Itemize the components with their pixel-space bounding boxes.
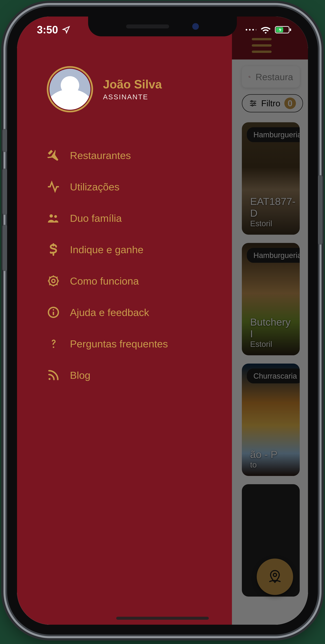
card-tag: Hamburgueria <box>247 127 300 142</box>
navigation-drawer: João Silva ASSINANTE Restaurantes <box>17 16 232 625</box>
side-button-vol-down <box>2 225 7 271</box>
svg-point-12 <box>52 279 55 282</box>
restaurant-card[interactable]: Hamburgueria Butchery I Estoril <box>242 243 300 355</box>
svg-point-8 <box>273 573 276 576</box>
svg-point-7 <box>252 104 253 106</box>
svg-point-6 <box>254 102 255 104</box>
svg-point-0 <box>249 76 250 77</box>
card-title: ão - P <box>250 448 292 460</box>
menu-item-label: Como funciona <box>70 275 139 287</box>
svg-point-10 <box>54 215 57 218</box>
side-button-silent <box>2 129 7 152</box>
menu-item-label: Blog <box>70 369 90 381</box>
svg-point-11 <box>49 276 58 285</box>
menu-item-label: Duo família <box>70 212 122 224</box>
info-icon <box>47 306 60 319</box>
card-tag: Hamburgueria <box>247 248 300 263</box>
side-button-vol-up <box>2 168 7 215</box>
menu-item-indique-ganhe[interactable]: Indique e ganhe <box>47 243 212 256</box>
map-pin-icon <box>268 569 282 584</box>
svg-point-16 <box>48 378 50 380</box>
restaurant-card[interactable]: Churrascaria ão - P to <box>242 364 300 476</box>
question-icon <box>47 337 60 350</box>
drawer-menu: Restaurantes Utilizações Duo família <box>47 149 212 382</box>
svg-rect-22 <box>290 28 291 31</box>
activity-icon <box>47 180 60 193</box>
card-subtitle: to <box>250 460 292 469</box>
home-indicator[interactable] <box>116 617 209 620</box>
map-fab[interactable] <box>257 558 293 595</box>
wifi-icon <box>260 26 271 34</box>
notch <box>88 16 237 36</box>
utensils-icon <box>47 149 60 162</box>
card-title: Butchery I <box>250 316 292 340</box>
menu-item-label: Indique e ganhe <box>70 244 144 256</box>
gear-icon <box>47 274 60 288</box>
profile-header[interactable]: João Silva ASSINANTE <box>47 66 212 112</box>
menu-item-label: Perguntas frequentes <box>70 338 168 350</box>
card-tag: Churrascaria <box>247 368 300 384</box>
users-icon <box>47 212 60 225</box>
menu-item-utilizacoes[interactable]: Utilizações <box>47 180 212 193</box>
card-subtitle: Estoril <box>250 340 292 349</box>
filter-label: Filtro <box>261 98 280 108</box>
menu-item-como-funciona[interactable]: Como funciona <box>47 274 212 288</box>
menu-item-blog[interactable]: Blog <box>47 368 212 382</box>
search-input[interactable]: Restaura <box>242 66 300 88</box>
card-subtitle: Estoril <box>250 219 292 228</box>
profile-role: ASSINANTE <box>103 93 162 101</box>
phone-frame: Restaura Filtro 0 Hamburgueria <box>7 6 318 634</box>
svg-point-15 <box>53 309 54 310</box>
svg-point-9 <box>50 214 53 218</box>
filter-button[interactable]: Filtro 0 <box>242 94 303 112</box>
search-icon <box>248 72 250 82</box>
menu-item-faq[interactable]: Perguntas frequentes <box>47 337 212 350</box>
svg-point-20 <box>256 29 256 30</box>
menu-item-label: Restaurantes <box>70 150 131 161</box>
filter-count-badge: 0 <box>284 98 296 109</box>
menu-item-restaurantes[interactable]: Restaurantes <box>47 149 212 162</box>
status-time: 3:50 <box>37 24 58 36</box>
svg-point-19 <box>252 29 254 30</box>
card-title: EAT1877- D <box>250 196 292 219</box>
svg-line-1 <box>250 77 250 78</box>
menu-item-label: Ajuda e feedback <box>70 306 149 318</box>
filter-icon <box>249 99 257 108</box>
svg-point-17 <box>246 29 247 30</box>
side-button-power <box>318 175 322 244</box>
menu-item-ajuda-feedback[interactable]: Ajuda e feedback <box>47 306 212 319</box>
menu-item-duo-familia[interactable]: Duo família <box>47 212 212 225</box>
profile-name: João Silva <box>103 78 162 91</box>
menu-item-label: Utilizações <box>70 181 120 193</box>
dollar-icon <box>47 243 60 256</box>
screen: Restaura Filtro 0 Hamburgueria <box>17 16 308 625</box>
avatar <box>47 66 93 112</box>
ellipsis-icon <box>245 28 256 32</box>
restaurant-card[interactable]: Hamburgueria EAT1877- D Estoril <box>242 122 300 235</box>
battery-charging-icon <box>275 26 292 34</box>
svg-point-18 <box>249 29 250 30</box>
search-placeholder: Restaura <box>256 72 293 82</box>
svg-point-5 <box>251 100 252 102</box>
location-arrow-icon <box>62 26 70 34</box>
rss-icon <box>47 368 60 382</box>
